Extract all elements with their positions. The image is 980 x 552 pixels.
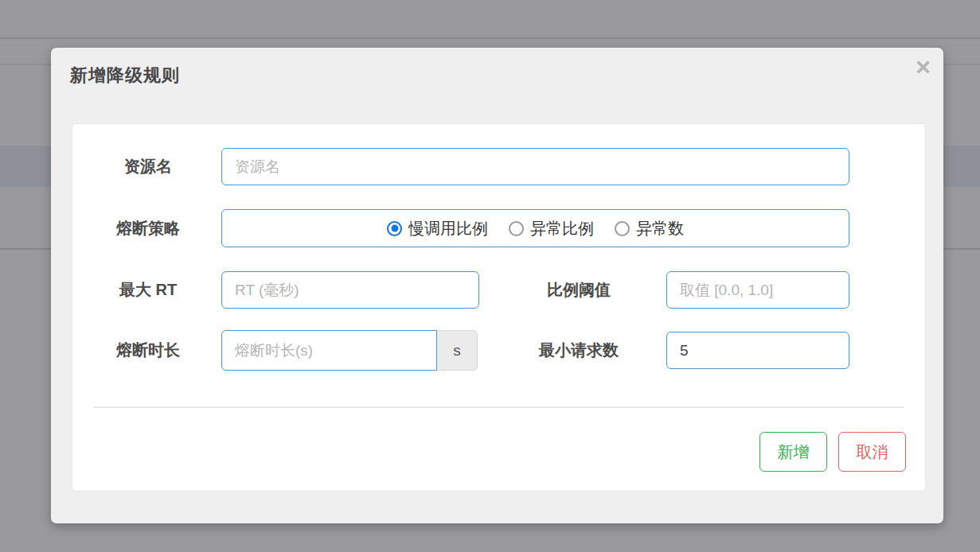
dialog-title: 新增降级规则 [70,64,180,87]
recovery-timeout-input[interactable] [221,330,437,371]
min-request-input[interactable] [666,332,849,369]
max-rt-input[interactable] [221,271,479,309]
min-request-label: 最小请求数 [515,332,642,369]
max-rt-label: 最大 RT [88,271,208,309]
dimmed-page-background: 新增降级规则 × 资源名 熔断策略 慢调用比例 异常比例 异常数 [0,0,980,552]
recovery-timeout-group: s [221,330,478,371]
radio-error-ratio[interactable]: 异常比例 [509,218,594,239]
confirm-button[interactable]: 新增 [759,432,827,472]
cancel-button[interactable]: 取消 [838,432,906,472]
radio-label: 异常数 [636,218,684,239]
radio-label: 慢调用比例 [408,218,488,239]
seconds-unit-addon: s [437,330,478,371]
resource-name-input[interactable] [221,148,849,185]
radio-slow-call-ratio[interactable]: 慢调用比例 [387,218,488,239]
ratio-threshold-input[interactable] [666,271,849,309]
radio-selected-icon [387,221,402,236]
radio-unselected-icon [615,221,630,236]
resource-name-label: 资源名 [88,148,208,185]
ratio-threshold-label: 比例阈值 [515,271,642,309]
radio-label: 异常比例 [530,218,594,239]
background-table-line [0,37,980,39]
strategy-label: 熔断策略 [88,209,208,247]
recovery-timeout-label: 熔断时长 [88,330,208,371]
radio-unselected-icon [509,221,524,236]
add-degrade-rule-dialog: 新增降级规则 × 资源名 熔断策略 慢调用比例 异常比例 异常数 [51,48,943,523]
radio-error-count[interactable]: 异常数 [615,218,684,239]
rule-form-panel: 资源名 熔断策略 慢调用比例 异常比例 异常数 最大 RT 比例阈值 [72,123,926,492]
footer-divider [93,406,904,408]
close-icon[interactable]: × [916,52,931,81]
strategy-radio-group: 慢调用比例 异常比例 异常数 [221,209,849,247]
